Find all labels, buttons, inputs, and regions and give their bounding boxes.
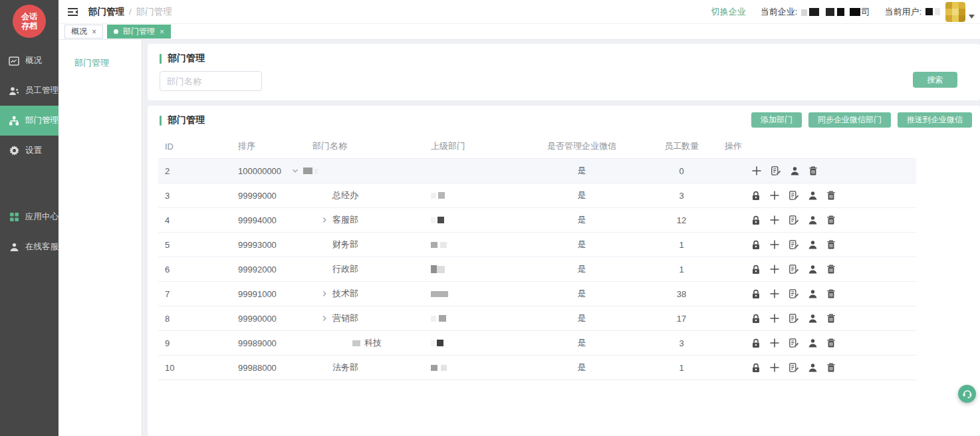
delete-icon[interactable] (826, 239, 836, 250)
member-icon[interactable] (808, 240, 818, 250)
parent-name-redacted (431, 265, 445, 273)
plus-icon[interactable] (769, 239, 780, 250)
plus-icon[interactable] (769, 288, 780, 299)
plus-icon[interactable] (769, 338, 780, 348)
edit-icon[interactable] (771, 165, 781, 176)
cell-department-name: 财务部 (286, 239, 426, 251)
cell-employee-count: 3 (638, 338, 725, 348)
sidebar: 会话 存档 概况员工管理部门管理设置应用中心在线客服 (0, 0, 59, 436)
department-name: 科技 (364, 337, 382, 349)
edit-icon[interactable] (789, 264, 799, 274)
lock-icon[interactable] (751, 289, 761, 299)
delete-icon[interactable] (826, 288, 836, 299)
plus-icon[interactable] (769, 362, 780, 373)
cell-operations (725, 190, 916, 201)
delete-icon[interactable] (826, 190, 836, 201)
lock-icon[interactable] (751, 314, 761, 324)
edit-icon[interactable] (789, 338, 799, 348)
collapse-menu-icon[interactable] (67, 7, 78, 17)
member-icon[interactable] (790, 166, 800, 176)
table-row: 1099988000法务部是1 (158, 356, 916, 380)
lock-icon[interactable] (751, 363, 761, 373)
sidebar-item-support[interactable]: 在线客服 (0, 232, 59, 262)
company-name-suffix: 司 (861, 6, 870, 18)
member-icon[interactable] (808, 314, 818, 324)
delete-icon[interactable] (826, 215, 836, 225)
breadcrumb-item-current: 部门管理 (136, 6, 172, 18)
edit-icon[interactable] (789, 215, 799, 225)
plus-icon[interactable] (769, 264, 780, 274)
expand-row-icon[interactable] (320, 314, 328, 322)
switch-company-link[interactable]: 切换企业 (711, 6, 746, 18)
edit-icon[interactable] (789, 190, 799, 201)
department-name-input[interactable] (160, 71, 262, 91)
cell-sort: 99988000 (233, 363, 286, 373)
edit-icon[interactable] (789, 362, 799, 373)
department-table-card: 部门管理 添加部门同步企业微信部门推送到企业微信 ID排序部门名称上级部门是否管… (148, 106, 980, 436)
breadcrumb: 部门管理 / 部门管理 (88, 6, 172, 18)
expand-row-icon[interactable] (320, 216, 328, 224)
cell-sort: 99989000 (233, 338, 286, 348)
lock-icon[interactable] (751, 215, 761, 225)
add-department-button[interactable]: 添加部门 (751, 112, 802, 128)
chevron-down-icon[interactable] (969, 11, 975, 21)
plus-icon[interactable] (751, 165, 762, 176)
delete-icon[interactable] (826, 313, 836, 324)
edit-icon[interactable] (789, 288, 799, 299)
member-icon[interactable] (808, 215, 818, 225)
tab-概况[interactable]: 概况× (64, 25, 103, 39)
member-icon[interactable] (808, 191, 818, 201)
tab-部门管理[interactable]: 部门管理× (107, 25, 171, 39)
title-accent-bar (160, 54, 162, 64)
close-icon[interactable]: × (160, 27, 164, 37)
department-name: 技术部 (332, 288, 358, 300)
close-icon[interactable]: × (92, 27, 96, 37)
expand-row-icon[interactable] (320, 290, 328, 298)
plus-icon[interactable] (769, 190, 780, 201)
search-card: 部门管理 搜索 (148, 44, 980, 100)
delete-icon[interactable] (826, 362, 836, 373)
table-row: 899990000营销部是17 (158, 306, 916, 331)
breadcrumb-item[interactable]: 部门管理 (88, 6, 124, 18)
table-row: 699992000行政部是1 (158, 257, 916, 282)
member-icon[interactable] (808, 363, 818, 373)
lock-icon[interactable] (751, 265, 761, 274)
edit-icon[interactable] (789, 239, 799, 250)
delete-icon[interactable] (808, 165, 818, 176)
column-header-2: 排序 (233, 140, 286, 152)
search-button[interactable]: 搜索 (913, 72, 957, 88)
delete-icon[interactable] (826, 264, 836, 274)
parent-name-redacted (431, 340, 443, 346)
column-header-6: 员工数量 (638, 140, 725, 152)
member-icon[interactable] (808, 265, 818, 274)
member-icon[interactable] (808, 289, 818, 299)
edit-icon[interactable] (789, 313, 799, 324)
company-name-redacted (801, 8, 861, 16)
lock-icon[interactable] (751, 338, 761, 348)
collapse-row-icon[interactable] (291, 167, 299, 175)
plus-icon[interactable] (769, 313, 780, 324)
cell-parent-department (426, 315, 525, 322)
sidebar-item-overview[interactable]: 概况 (0, 46, 59, 76)
plus-icon[interactable] (769, 215, 780, 225)
push-to-wecom-button[interactable]: 推送到企业微信 (898, 112, 972, 128)
overview-icon (9, 56, 19, 66)
department-name: 客服部 (332, 214, 358, 226)
subsidebar-item-departments[interactable]: 部门管理 (59, 57, 142, 69)
cell-manage-wecom: 是 (525, 337, 638, 349)
lock-icon[interactable] (751, 240, 761, 250)
cell-id: 4 (158, 215, 233, 225)
sidebar-item-employees[interactable]: 员工管理 (0, 76, 59, 106)
sidebar-item-settings[interactable]: 设置 (0, 136, 59, 165)
department-name: 营销部 (332, 312, 358, 324)
sidebar-item-apps[interactable]: 应用中心 (0, 202, 59, 232)
delete-icon[interactable] (826, 338, 836, 348)
lock-icon[interactable] (751, 191, 761, 201)
cell-sort: 100000000 (233, 166, 286, 176)
customer-service-button[interactable] (958, 385, 976, 403)
sidebar-item-departments[interactable]: 部门管理 (0, 106, 59, 136)
app-window: 会话 存档 概况员工管理部门管理设置应用中心在线客服 部门管理 / 部门管理 切… (0, 0, 980, 436)
sync-wecom-departments-button[interactable]: 同步企业微信部门 (808, 112, 891, 128)
avatar[interactable] (945, 2, 965, 22)
member-icon[interactable] (808, 338, 818, 348)
